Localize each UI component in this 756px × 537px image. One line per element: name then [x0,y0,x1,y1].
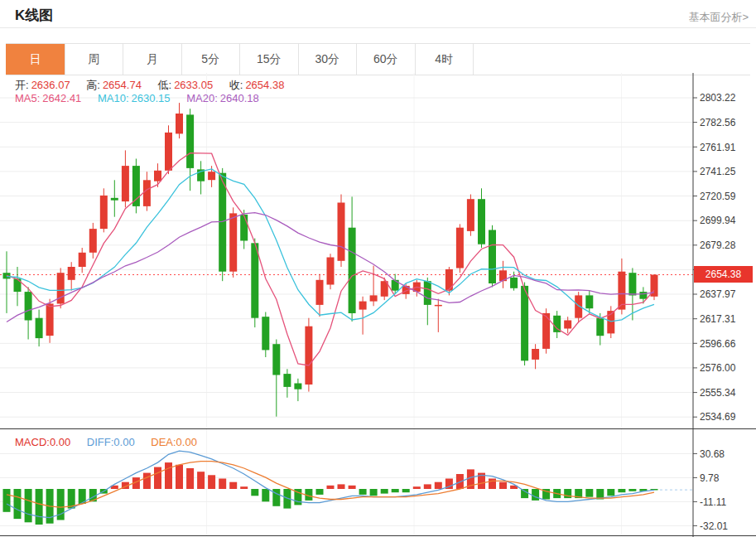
period-tab-bar: 日周月5分15分30分60分4时 [6,43,750,75]
high-value: 高:2654.74 [86,79,142,91]
svg-text:2679.28: 2679.28 [700,239,736,251]
diff-value: DIFF:0.00 [87,436,135,448]
svg-text:2803.22: 2803.22 [700,92,736,104]
ohlc-legend: 开:2636.07 高:2654.74 低:2633.05 收:2654.38 [15,78,297,93]
svg-text:2761.91: 2761.91 [700,142,736,153]
tab-4时[interactable]: 4时 [415,44,474,75]
last-price-badge: 2654.38 [694,266,753,283]
close-value: 收:2654.38 [229,79,285,91]
ma5-value: MA5:2642.41 [15,92,81,104]
chart-area: 2803.222782.562761.912741.252720.592699.… [0,73,756,537]
macd-legend: MACD:0.00 DIFF:0.00 DEA:0.00 [15,436,210,448]
ma20-value: MA20:2640.18 [186,92,259,104]
svg-text:2637.97: 2637.97 [700,288,736,300]
svg-text:30.68: 30.68 [700,448,725,460]
svg-text:-11.11: -11.11 [700,496,727,508]
svg-text:2576.00: 2576.00 [700,362,736,374]
candlestick-chart-canvas[interactable]: 2803.222782.562761.912741.252720.592699.… [0,73,756,433]
macd-value: MACD:0.00 [15,436,70,448]
kline-chart-page: K线图 基本面分析> 日周月5分15分30分60分4时 2803.222782.… [0,0,756,537]
fundamental-analysis-link[interactable]: 基本面分析> [688,10,749,25]
tab-周[interactable]: 周 [65,44,123,75]
tab-5分[interactable]: 5分 [181,44,240,75]
open-value: 开:2636.07 [15,79,70,91]
svg-text:2596.66: 2596.66 [700,338,736,350]
tab-15分[interactable]: 15分 [239,44,298,75]
tab-30分[interactable]: 30分 [298,44,357,75]
dea-value: DEA:0.00 [151,436,197,448]
svg-text:9.78: 9.78 [700,472,720,484]
svg-text:2555.34: 2555.34 [700,387,736,399]
svg-text:2534.69: 2534.69 [700,411,736,423]
low-value: 低:2633.05 [158,79,214,91]
tab-月[interactable]: 月 [123,44,181,75]
page-title: K线图 [15,6,53,25]
ma-legend: MA5:2642.41 MA10:2630.15 MA20:2640.18 [15,92,272,104]
tab-60分[interactable]: 60分 [356,44,415,75]
header-divider [0,27,756,28]
ma10-value: MA10:2630.15 [98,92,171,104]
tab-bar-filler [473,44,750,75]
svg-text:2699.94: 2699.94 [700,215,736,226]
svg-text:2782.56: 2782.56 [700,117,736,128]
svg-text:-32.01: -32.01 [700,520,728,532]
svg-text:2741.25: 2741.25 [700,166,736,177]
svg-text:2617.31: 2617.31 [700,313,736,325]
svg-text:2720.59: 2720.59 [700,191,736,202]
tab-日[interactable]: 日 [6,44,65,75]
